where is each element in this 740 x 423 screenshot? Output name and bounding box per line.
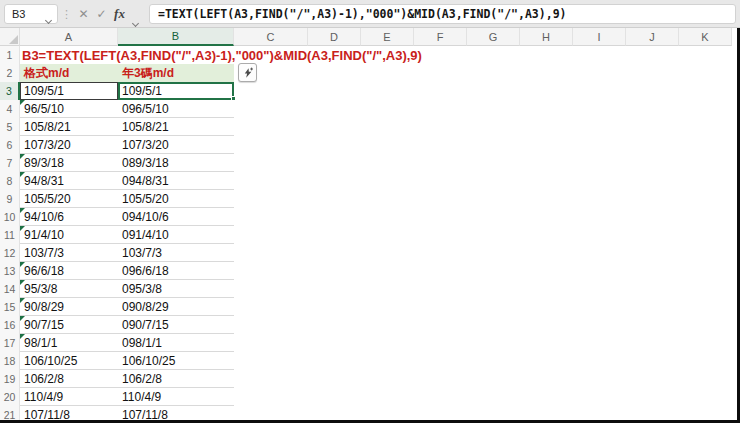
sheet-row-11: 1191/4/10091/4/10 <box>0 226 740 244</box>
cell-B5[interactable]: 105/8/21 <box>118 118 234 136</box>
formula-cancel-button[interactable]: ✕ <box>75 5 92 23</box>
cell-A18[interactable]: 106/10/25 <box>20 352 118 370</box>
sheet-row-10: 1094/10/6094/10/6 <box>0 208 740 226</box>
row-header-6[interactable]: 6 <box>0 136 20 154</box>
cell-B10[interactable]: 094/10/6 <box>118 208 234 226</box>
cell-B4[interactable]: 096/5/10 <box>118 100 234 118</box>
row-header-1[interactable]: 1 <box>0 46 20 64</box>
column-header-A[interactable]: A <box>20 28 118 46</box>
cell-A11[interactable]: 91/4/10 <box>20 226 118 244</box>
row-header-9[interactable]: 9 <box>0 190 20 208</box>
column-header-J[interactable]: J <box>626 28 679 46</box>
formula-bar-row: B3 ⋮ ✕ ✓ fx =TEXT(LEFT(A3,FIND("/",A3)-1… <box>0 0 740 28</box>
column-headers: ABCDEFGHIJK <box>0 28 740 46</box>
row-header-20[interactable]: 20 <box>0 388 20 406</box>
sheet-row-13: 1396/6/18096/6/18 <box>0 262 740 280</box>
excel-window: B3 ⋮ ✕ ✓ fx =TEXT(LEFT(A3,FIND("/",A3)-1… <box>0 0 740 423</box>
sheet-row-8: 894/8/31094/8/31 <box>0 172 740 190</box>
cell-B7[interactable]: 089/3/18 <box>118 154 234 172</box>
name-box-value: B3 <box>12 8 25 20</box>
cell-A3[interactable]: 109/5/1 <box>20 82 118 100</box>
cell-A8[interactable]: 94/8/31 <box>20 172 118 190</box>
error-indicator-icon <box>20 172 25 177</box>
row-header-19[interactable]: 19 <box>0 370 20 388</box>
column-header-D[interactable]: D <box>308 28 361 46</box>
cell-B19[interactable]: 106/2/8 <box>118 370 234 388</box>
cell-A13[interactable]: 96/6/18 <box>20 262 118 280</box>
row-header-5[interactable]: 5 <box>0 118 20 136</box>
sheet-row-14: 1495/3/8095/3/8 <box>0 280 740 298</box>
cell-A9[interactable]: 105/5/20 <box>20 190 118 208</box>
cell-B13[interactable]: 096/6/18 <box>118 262 234 280</box>
cell-B11[interactable]: 091/4/10 <box>118 226 234 244</box>
row-header-12[interactable]: 12 <box>0 244 20 262</box>
row-header-16[interactable]: 16 <box>0 316 20 334</box>
row-header-10[interactable]: 10 <box>0 208 20 226</box>
cell-B18[interactable]: 106/10/25 <box>118 352 234 370</box>
formula-note-text[interactable]: B3=TEXT(LEFT(A3,FIND("/",A3)-1),"000")&M… <box>20 46 422 64</box>
cell-B16[interactable]: 090/7/15 <box>118 316 234 334</box>
sheet-row-2: 2格式m/d年3碼m/d <box>0 64 740 82</box>
insert-function-button[interactable]: fx <box>111 5 128 23</box>
cell-A15[interactable]: 90/8/29 <box>20 298 118 316</box>
flash-fill-options-button[interactable] <box>238 63 257 82</box>
row-header-2[interactable]: 2 <box>0 64 20 82</box>
row-header-15[interactable]: 15 <box>0 298 20 316</box>
cell-A5[interactable]: 105/8/21 <box>20 118 118 136</box>
error-indicator-icon <box>20 226 25 231</box>
column-header-E[interactable]: E <box>361 28 414 46</box>
sheet-row-18: 18106/10/25106/10/25 <box>0 352 740 370</box>
error-indicator-icon <box>20 334 25 339</box>
cell-B3[interactable]: 109/5/1 <box>118 82 234 100</box>
column-header-C[interactable]: C <box>234 28 308 46</box>
row-header-7[interactable]: 7 <box>0 154 20 172</box>
row-header-17[interactable]: 17 <box>0 334 20 352</box>
cell-B9[interactable]: 105/5/20 <box>118 190 234 208</box>
cell-A2[interactable]: 格式m/d <box>20 64 118 82</box>
cell-B14[interactable]: 095/3/8 <box>118 280 234 298</box>
formula-enter-button[interactable]: ✓ <box>93 5 110 23</box>
column-header-B[interactable]: B <box>118 28 234 46</box>
row-header-8[interactable]: 8 <box>0 172 20 190</box>
sheet-row-3: 3109/5/1109/5/1 <box>0 82 740 100</box>
fill-handle[interactable] <box>231 96 236 101</box>
cell-A10[interactable]: 94/10/6 <box>20 208 118 226</box>
cell-A20[interactable]: 110/4/9 <box>20 388 118 406</box>
select-all-button[interactable] <box>0 28 20 46</box>
flash-fill-icon <box>242 67 254 79</box>
row-header-4[interactable]: 4 <box>0 100 20 118</box>
cell-B20[interactable]: 110/4/9 <box>118 388 234 406</box>
column-header-G[interactable]: G <box>467 28 520 46</box>
x-icon: ✕ <box>78 7 88 21</box>
cell-A7[interactable]: 89/3/18 <box>20 154 118 172</box>
row-header-3[interactable]: 3 <box>0 82 20 100</box>
column-header-H[interactable]: H <box>520 28 573 46</box>
row-header-13[interactable]: 13 <box>0 262 20 280</box>
row-header-18[interactable]: 18 <box>0 352 20 370</box>
cell-B8[interactable]: 094/8/31 <box>118 172 234 190</box>
column-header-F[interactable]: F <box>414 28 467 46</box>
name-box-chevron-icon[interactable] <box>46 13 52 19</box>
cell-A16[interactable]: 90/7/15 <box>20 316 118 334</box>
row-header-14[interactable]: 14 <box>0 280 20 298</box>
sheet-row-9: 9105/5/20105/5/20 <box>0 190 740 208</box>
select-all-triangle-icon <box>9 35 18 44</box>
cell-A19[interactable]: 106/2/8 <box>20 370 118 388</box>
cell-B2[interactable]: 年3碼m/d <box>118 64 234 82</box>
cell-B6[interactable]: 107/3/20 <box>118 136 234 154</box>
formula-input[interactable]: =TEXT(LEFT(A3,FIND("/",A3)-1),"000")&MID… <box>149 4 736 24</box>
cell-A4[interactable]: 96/5/10 <box>20 100 118 118</box>
cell-B12[interactable]: 103/7/3 <box>118 244 234 262</box>
cell-B17[interactable]: 098/1/1 <box>118 334 234 352</box>
cell-A12[interactable]: 103/7/3 <box>20 244 118 262</box>
cell-B15[interactable]: 090/8/29 <box>118 298 234 316</box>
cell-A17[interactable]: 98/1/1 <box>20 334 118 352</box>
row-header-11[interactable]: 11 <box>0 226 20 244</box>
name-box[interactable]: B3 <box>4 4 58 24</box>
worksheet: ABCDEFGHIJK 1B3=TEXT(LEFT(A3,FIND("/",A3… <box>0 28 740 423</box>
cell-A14[interactable]: 95/3/8 <box>20 280 118 298</box>
column-header-K[interactable]: K <box>679 28 732 46</box>
column-header-I[interactable]: I <box>573 28 626 46</box>
cell-A6[interactable]: 107/3/20 <box>20 136 118 154</box>
formula-bar-divider-dots: ⋮ <box>61 6 72 22</box>
